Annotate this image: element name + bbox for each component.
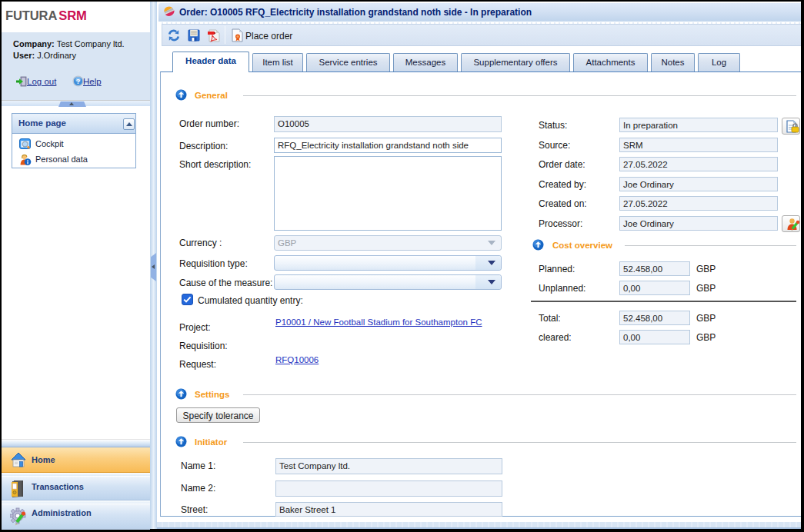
svg-text:?: ? bbox=[76, 78, 81, 85]
